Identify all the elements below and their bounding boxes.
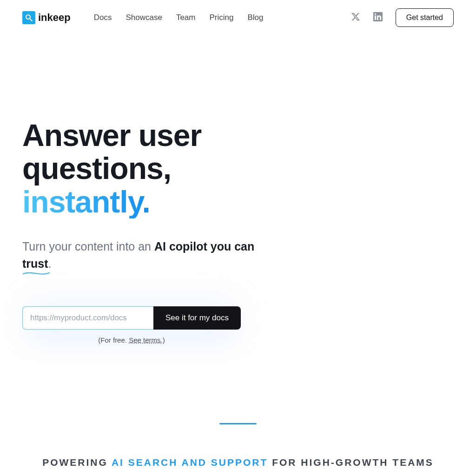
powering-prefix: POWERING (42, 457, 112, 468)
magnifier-icon (22, 11, 35, 24)
cta-terms: (For free. See terms.) (22, 336, 241, 344)
hero-sub-strong-trust: trust (22, 257, 48, 270)
cta-terms-prefix: (For free. (98, 336, 129, 344)
get-started-button[interactable]: Get started (396, 8, 454, 27)
powering-suffix: FOR HIGH-GROWTH TEAMS (268, 457, 433, 468)
linkedin-icon[interactable] (373, 12, 383, 23)
brand-name: inkeep (38, 12, 71, 24)
section-divider (219, 423, 257, 424)
nav-link-docs[interactable]: Docs (94, 13, 112, 22)
nav-link-blog[interactable]: Blog (247, 13, 263, 22)
hero-sub-prefix: Turn your content into an (22, 240, 154, 253)
header-right: Get started (351, 8, 454, 27)
hero-sub-strong-pre: AI copilot you can (154, 240, 254, 253)
cta-terms-suffix: ) (163, 336, 165, 344)
svg-line-1 (30, 19, 32, 21)
underline-swoosh-icon (22, 271, 50, 276)
hero-title: Answer user questions, instantly. (22, 119, 275, 218)
hero-sub-suffix: . (48, 257, 52, 270)
hero-title-line1: Answer user (22, 118, 201, 152)
cta-form: See it for my docs (22, 306, 241, 330)
primary-nav: Docs Showcase Team Pricing Blog (94, 13, 264, 22)
x-twitter-icon[interactable] (351, 12, 360, 23)
site-header: inkeep Docs Showcase Team Pricing Blog G… (0, 0, 476, 35)
hero-section: Answer user questions, instantly. Turn y… (0, 35, 298, 344)
brand-logo[interactable]: inkeep (22, 11, 71, 24)
see-it-button[interactable]: See it for my docs (153, 306, 241, 330)
nav-link-pricing[interactable]: Pricing (209, 13, 233, 22)
nav-link-showcase[interactable]: Showcase (126, 13, 162, 22)
powering-tagline: POWERING AI SEARCH AND SUPPORT FOR HIGH-… (0, 457, 476, 468)
see-terms-link[interactable]: See terms. (129, 336, 163, 344)
docs-url-input[interactable] (22, 306, 153, 330)
hero-title-accent: instantly. (22, 185, 150, 218)
hero-title-line2: questions, (22, 151, 171, 185)
powering-accent: AI SEARCH AND SUPPORT (112, 457, 268, 468)
nav-link-team[interactable]: Team (176, 13, 196, 22)
hero-subtitle: Turn your content into an AI copilot you… (22, 238, 264, 273)
